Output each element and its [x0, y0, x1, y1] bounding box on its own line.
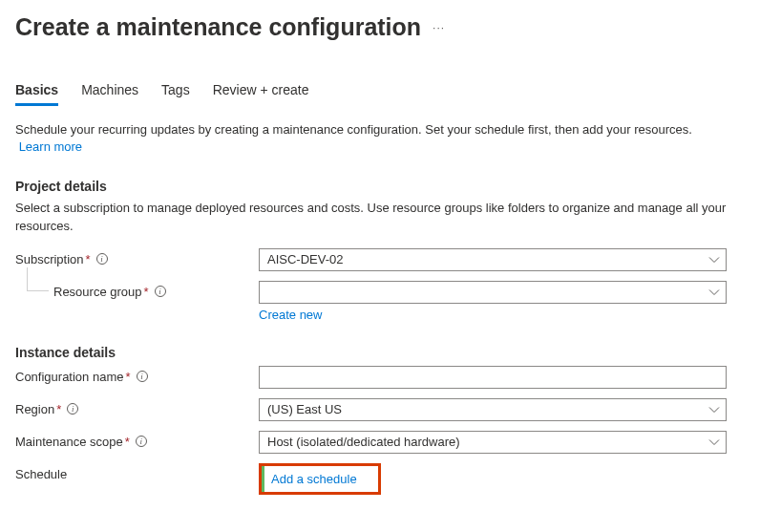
add-schedule-highlight: Add a schedule — [259, 463, 381, 495]
project-details-heading: Project details — [15, 179, 745, 194]
chevron-down-icon — [708, 436, 720, 448]
schedule-label: Schedule — [15, 463, 259, 481]
chevron-down-icon — [708, 254, 720, 266]
create-new-link[interactable]: Create new — [259, 308, 322, 322]
info-icon[interactable]: i — [96, 253, 108, 265]
resource-group-select[interactable] — [259, 281, 727, 304]
chevron-down-icon — [708, 287, 720, 298]
tab-tags[interactable]: Tags — [161, 82, 190, 106]
chevron-down-icon — [708, 404, 720, 415]
required-indicator: * — [144, 285, 149, 299]
info-icon[interactable]: i — [136, 436, 147, 447]
subscription-label: Subscription * i — [15, 248, 259, 266]
tab-review-create[interactable]: Review + create — [213, 82, 309, 106]
learn-more-link[interactable]: Learn more — [19, 139, 82, 154]
tab-bar: Basics Machines Tags Review + create — [15, 82, 745, 106]
required-indicator: * — [56, 402, 61, 416]
required-indicator: * — [125, 370, 130, 384]
configuration-name-label: Configuration name * i — [15, 366, 259, 384]
info-icon[interactable]: i — [67, 403, 78, 415]
info-icon[interactable]: i — [155, 286, 166, 297]
intro-text: Schedule your recurring updates by creat… — [15, 122, 692, 137]
maintenance-scope-label: Maintenance scope * i — [15, 431, 259, 449]
page-title: Create a maintenance configuration — [15, 13, 421, 41]
tab-machines[interactable]: Machines — [81, 82, 138, 106]
maintenance-scope-select[interactable]: Host (isolated/dedicated hardware) — [259, 431, 727, 454]
info-icon[interactable]: i — [137, 371, 148, 382]
project-details-desc: Select a subscription to manage deployed… — [15, 200, 745, 234]
instance-details-heading: Instance details — [15, 345, 745, 360]
subscription-select[interactable]: AISC-DEV-02 — [259, 248, 727, 271]
more-actions-button[interactable]: ··· — [433, 21, 445, 34]
region-select[interactable]: (US) East US — [259, 398, 727, 421]
resource-group-label: Resource group * i — [15, 281, 259, 299]
region-label: Region * i — [15, 398, 259, 416]
tab-basics[interactable]: Basics — [15, 82, 58, 106]
required-indicator: * — [125, 435, 130, 449]
add-schedule-link[interactable]: Add a schedule — [271, 472, 357, 486]
configuration-name-input[interactable] — [259, 366, 727, 389]
required-indicator: * — [86, 252, 91, 266]
